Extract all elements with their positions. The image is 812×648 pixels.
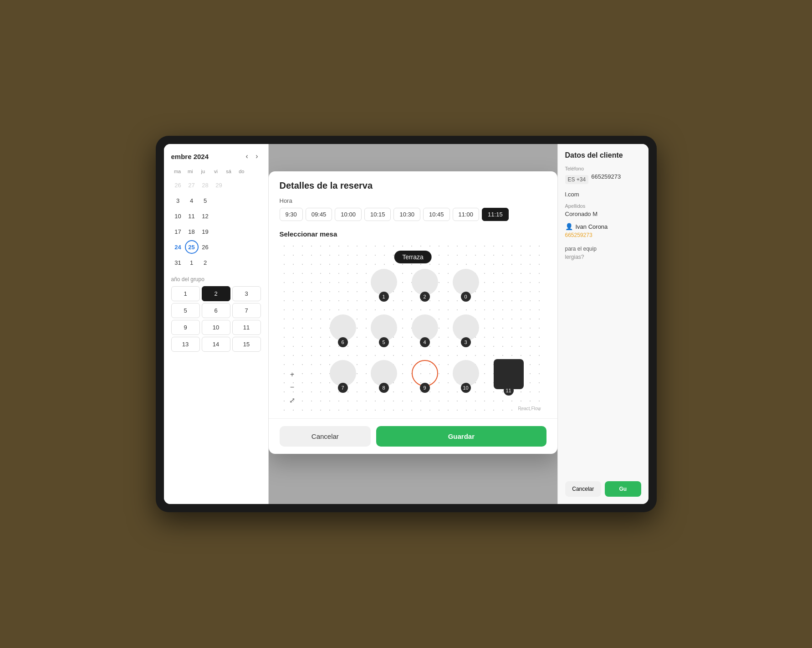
modal-title: Detalles de la reserva [280, 180, 546, 191]
table-badge-10: 10 [461, 383, 471, 393]
table-4[interactable]: 4 [412, 314, 438, 347]
cal-cell[interactable] [226, 256, 240, 269]
time-slot-0945[interactable]: 09:45 [306, 208, 332, 221]
table-11[interactable]: 11 [494, 359, 524, 396]
cal-cell[interactable] [212, 225, 226, 238]
cal-cell[interactable]: 17 [171, 225, 185, 238]
cal-cell[interactable]: 10 [171, 209, 185, 223]
table-9[interactable]: 9 [412, 360, 438, 393]
cancel-sm-button[interactable]: Cancelar [565, 481, 602, 497]
cal-cell[interactable] [212, 256, 226, 269]
group-btn-6[interactable]: 6 [202, 303, 230, 318]
cal-cell[interactable] [240, 178, 253, 192]
cal-cell[interactable]: 19 [199, 225, 212, 238]
zoom-in-button[interactable]: + [287, 369, 298, 380]
group-btn-2[interactable]: 2 [202, 286, 230, 301]
time-slot-1100[interactable]: 11:00 [453, 208, 480, 221]
time-slot-930[interactable]: 9:30 [280, 208, 303, 221]
table-8[interactable]: 8 [371, 360, 397, 393]
cal-cell[interactable]: 26 [199, 240, 212, 254]
hora-label: Hora [280, 197, 546, 204]
group-btn-11[interactable]: 11 [232, 320, 261, 335]
user-row: 👤 Ivan Corona [565, 223, 641, 230]
group-btn-15[interactable]: 15 [232, 337, 261, 352]
table-map: Terraza 1 2 0 [280, 242, 546, 415]
phone-label: Teléfono [565, 166, 641, 171]
email-partial: l.com [565, 191, 641, 198]
apellidos-value: Coronado M [565, 211, 641, 217]
modal-footer: Cancelar Guardar [269, 418, 557, 454]
cal-cell[interactable]: 3 [171, 194, 185, 207]
cal-cell[interactable] [212, 240, 226, 254]
table-0[interactable]: 0 [453, 269, 479, 302]
cal-cell[interactable]: 29 [212, 178, 226, 192]
right-panel: Datos del cliente Teléfono ES +34 665259… [557, 144, 649, 504]
cal-cell[interactable]: 31 [171, 256, 185, 269]
cal-cell[interactable]: 27 [185, 178, 199, 192]
cal-cell[interactable]: 2 [199, 256, 212, 269]
time-slot-1000[interactable]: 10:00 [335, 208, 362, 221]
cal-cell[interactable]: 1 [185, 256, 199, 269]
cal-cell[interactable] [226, 209, 240, 223]
prev-month-button[interactable]: ‹ [243, 151, 250, 161]
cal-cell[interactable] [226, 178, 240, 192]
table-10[interactable]: 10 [453, 360, 479, 393]
group-btn-7[interactable]: 7 [232, 303, 261, 318]
cal-cell[interactable] [240, 194, 253, 207]
fit-view-button[interactable]: ⤢ [287, 395, 298, 406]
cal-cell[interactable]: 26 [171, 178, 185, 192]
group-btn-14[interactable]: 14 [202, 337, 230, 352]
cal-cell[interactable]: 24 [171, 240, 185, 254]
day-vi: vi [209, 167, 222, 176]
cal-cell[interactable] [212, 194, 226, 207]
phone-number: 665259273 [591, 173, 621, 180]
cal-cell[interactable]: 28 [199, 178, 212, 192]
cal-cell[interactable] [226, 194, 240, 207]
table-badge-11: 11 [504, 386, 514, 396]
table-1[interactable]: 1 [371, 269, 397, 302]
cal-cell-selected[interactable]: 25 [185, 240, 199, 254]
zoom-out-button[interactable]: − [287, 382, 298, 393]
time-slot-1015[interactable]: 10:15 [364, 208, 391, 221]
table-badge-5: 5 [379, 337, 389, 347]
cal-cell[interactable]: 4 [185, 194, 199, 207]
cal-cell[interactable] [240, 240, 253, 254]
group-btn-1[interactable]: 1 [171, 286, 200, 301]
group-btn-10[interactable]: 10 [202, 320, 230, 335]
calendar-grid: ma mi ju vi sá do 26 27 28 29 [171, 167, 261, 270]
cal-cell[interactable]: 12 [199, 209, 212, 223]
cal-cell[interactable] [240, 225, 253, 238]
table-badge-9: 9 [420, 383, 430, 393]
calendar-header: embre 2024 ‹ › [171, 151, 261, 161]
day-labels: ma mi ju vi sá do [171, 167, 261, 176]
table-5[interactable]: 5 [371, 314, 397, 347]
time-slot-1115[interactable]: 11:15 [482, 208, 509, 221]
save-sm-button[interactable]: Gu [605, 481, 641, 497]
table-badge-7: 7 [338, 383, 348, 393]
group-btn-5[interactable]: 5 [171, 303, 200, 318]
cal-cell[interactable] [226, 240, 240, 254]
cal-cell[interactable] [240, 209, 253, 223]
cancel-button[interactable]: Cancelar [280, 426, 371, 447]
cal-week-6: 31 1 2 [171, 255, 261, 270]
group-btn-13[interactable]: 13 [171, 337, 200, 352]
group-size-grid: 1 2 3 5 6 7 9 10 11 13 14 15 [171, 286, 261, 352]
table-7[interactable]: 7 [330, 360, 356, 393]
time-slot-1045[interactable]: 10:45 [423, 208, 450, 221]
cal-cell[interactable] [212, 209, 226, 223]
save-button[interactable]: Guardar [376, 426, 546, 447]
cal-cell[interactable] [226, 225, 240, 238]
cal-cell[interactable]: 5 [199, 194, 212, 207]
table-circle-11 [494, 359, 524, 389]
table-2[interactable]: 2 [412, 269, 438, 302]
cal-cell[interactable] [240, 256, 253, 269]
table-6[interactable]: 6 [330, 314, 356, 347]
table-3[interactable]: 3 [453, 314, 479, 347]
cal-cell[interactable]: 11 [185, 209, 199, 223]
cal-cell[interactable]: 18 [185, 225, 199, 238]
cal-week-3: 10 11 12 [171, 209, 261, 223]
group-btn-9[interactable]: 9 [171, 320, 200, 335]
group-btn-3[interactable]: 3 [232, 286, 261, 301]
time-slot-1030[interactable]: 10:30 [393, 208, 420, 221]
next-month-button[interactable]: › [253, 151, 260, 161]
